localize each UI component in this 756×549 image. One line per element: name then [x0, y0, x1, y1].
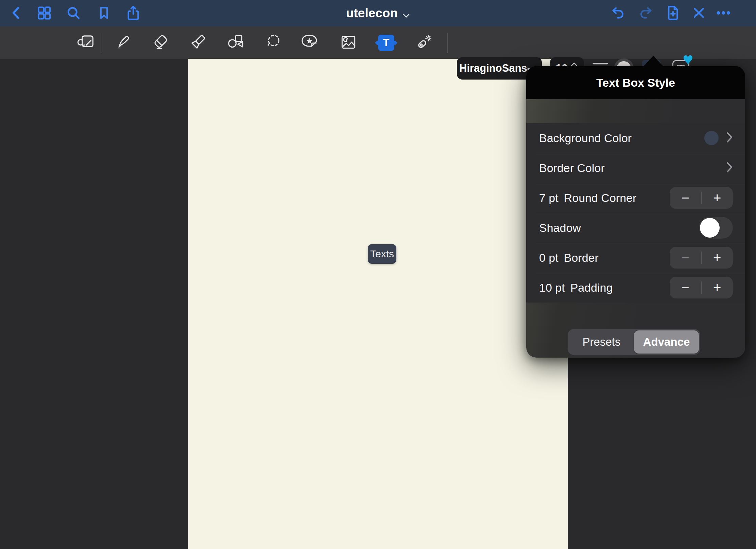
- toolbar-separator: [101, 33, 101, 53]
- share-button[interactable]: [125, 5, 141, 21]
- more-icon: [715, 5, 732, 20]
- pen-tool-button[interactable]: [112, 27, 134, 59]
- background-color-swatch: [704, 131, 719, 145]
- elements-tool-button[interactable]: [75, 27, 97, 59]
- eraser-tool-button[interactable]: [150, 27, 171, 59]
- text-box-content: Texts: [370, 248, 394, 260]
- chevron-down-icon: [402, 7, 410, 21]
- edit-toolbar: T Hirag: [0, 27, 756, 59]
- pages-grid-button[interactable]: [36, 5, 52, 21]
- add-page-icon: [665, 5, 680, 21]
- laser-pointer-icon: [413, 32, 433, 53]
- advance-tab[interactable]: Advance: [634, 330, 699, 354]
- sticker-tool-button[interactable]: [298, 27, 320, 59]
- paper-page: Texts: [188, 59, 568, 549]
- back-icon: [10, 5, 23, 20]
- padding-value: 10 pt: [539, 281, 565, 294]
- border-value: 0 pt: [539, 251, 559, 264]
- presets-advance-segmented: Presets Advance: [568, 329, 700, 355]
- eraser-icon: [151, 32, 170, 53]
- readonly-pen-icon: [691, 5, 706, 20]
- padding-stepper: − +: [670, 277, 733, 298]
- text-tool-button-selected[interactable]: T: [375, 27, 397, 59]
- bookmark-icon: [97, 5, 111, 20]
- search-icon: [66, 5, 81, 20]
- sticker-icon: [299, 32, 320, 53]
- highlighter-tool-button[interactable]: [187, 27, 209, 59]
- share-icon: [126, 5, 141, 21]
- highlighter-icon: [188, 32, 208, 53]
- chevron-right-icon: [726, 132, 733, 144]
- text-box-object[interactable]: Texts: [368, 244, 396, 264]
- textbox-style-popover: Text Box Style Background Color Border C…: [526, 66, 745, 358]
- shapes-tool-button[interactable]: [224, 27, 246, 59]
- presets-tab[interactable]: Presets: [569, 330, 634, 354]
- lasso-icon: [263, 32, 283, 53]
- more-button[interactable]: [715, 5, 732, 21]
- round-corner-value: 7 pt: [539, 191, 559, 205]
- minus-button[interactable]: −: [670, 187, 701, 209]
- pen-icon: [113, 32, 133, 53]
- popover-rows: Background Color Border Color 7 pt Round…: [526, 123, 745, 303]
- heart-badge-icon: ♥: [683, 54, 693, 66]
- add-page-button[interactable]: [664, 5, 681, 21]
- document-title-button[interactable]: utelecon: [346, 0, 410, 27]
- popover-title: Text Box Style: [596, 76, 675, 89]
- row-round-corner: 7 pt Round Corner − +: [526, 183, 745, 213]
- text-tool-icon: T: [378, 35, 394, 51]
- undo-icon: [610, 5, 626, 20]
- row-label: Border Color: [539, 161, 605, 175]
- row-label: Round Corner: [564, 191, 637, 205]
- round-corner-stepper: − +: [670, 187, 733, 209]
- chevron-right-icon: [726, 161, 733, 174]
- shadow-toggle[interactable]: [699, 217, 733, 239]
- image-tool-button[interactable]: [338, 27, 359, 59]
- popover-header: Text Box Style: [526, 66, 745, 99]
- row-label: Background Color: [539, 132, 632, 145]
- plus-button[interactable]: +: [702, 187, 733, 209]
- popover-beak: [644, 56, 663, 66]
- border-stepper: − +: [670, 247, 733, 269]
- app-root: utelecon: [0, 0, 756, 549]
- bookmark-button[interactable]: [96, 5, 112, 21]
- row-label: Border: [564, 251, 599, 264]
- laser-pointer-tool-button[interactable]: [412, 27, 434, 59]
- redo-button[interactable]: [638, 5, 654, 21]
- minus-button[interactable]: −: [670, 247, 701, 269]
- readonly-pen-button[interactable]: [691, 5, 707, 21]
- image-icon: [339, 33, 358, 53]
- row-padding: 10 pt Padding − +: [526, 273, 745, 303]
- minus-button[interactable]: −: [670, 277, 701, 298]
- undo-button[interactable]: [610, 5, 626, 21]
- document-title: utelecon: [346, 6, 398, 20]
- lasso-tool-button[interactable]: [262, 27, 284, 59]
- row-border-color[interactable]: Border Color: [526, 153, 745, 183]
- elements-icon: [76, 32, 96, 53]
- shapes-icon: [225, 32, 245, 53]
- plus-button[interactable]: +: [702, 277, 733, 298]
- row-label: Padding: [570, 281, 613, 294]
- top-navbar: utelecon: [0, 0, 756, 27]
- pages-grid-icon: [37, 5, 52, 20]
- row-label: Shadow: [539, 221, 581, 235]
- popover-spacer: [526, 99, 745, 123]
- plus-button[interactable]: +: [702, 247, 733, 269]
- toolbar-separator: [447, 33, 448, 53]
- row-shadow: Shadow: [526, 213, 745, 243]
- popover-footer: Presets Advance: [526, 303, 745, 358]
- redo-icon: [638, 5, 654, 20]
- toggle-knob: [700, 218, 720, 238]
- row-border-width: 0 pt Border − +: [526, 243, 745, 273]
- row-background-color[interactable]: Background Color: [526, 123, 745, 153]
- search-button[interactable]: [65, 5, 82, 21]
- back-button[interactable]: [8, 5, 24, 21]
